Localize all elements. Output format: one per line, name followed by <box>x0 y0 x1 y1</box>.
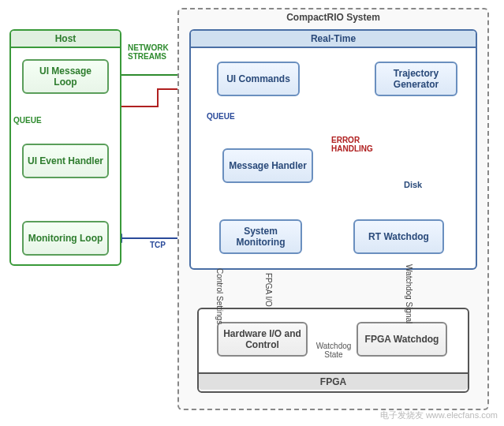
message-handler-label: Message Handler <box>229 160 307 171</box>
fpga-watchdog-box: FPGA Watchdog <box>357 322 447 357</box>
system-monitoring-box: System Monitoring <box>219 219 302 254</box>
fpga-io-label: FPGA I/O <box>264 273 273 307</box>
queue2-label: QUEUE <box>207 112 235 121</box>
monitoring-loop-box: Monitoring Loop <box>22 221 109 256</box>
host-title: Host <box>11 31 120 48</box>
control-settings-label: Control Settings <box>215 268 224 324</box>
fpga-watchdog-label: FPGA Watchdog <box>365 334 439 345</box>
disk-label: Disk <box>404 180 422 189</box>
tcp-label: TCP <box>150 241 166 249</box>
trajectory-generator-label: Trajectory Generator <box>379 68 453 90</box>
fpga-title: FPGA <box>199 372 468 390</box>
hardware-io-box: Hardware I/O and Control <box>217 322 308 357</box>
message-handler-box: Message Handler <box>222 148 313 183</box>
rt-watchdog-label: RT Watchdog <box>368 231 429 242</box>
error-handling-label: ERROR HANDLING <box>331 136 379 153</box>
queue1-label: QUEUE <box>13 116 42 125</box>
watermark: 电子发烧友 www.elecfans.com <box>380 409 498 421</box>
crio-title: CompactRIO System <box>179 9 487 25</box>
network-streams-label: NETWORK STREAMS <box>128 43 175 61</box>
ui-commands-box: UI Commands <box>217 62 300 96</box>
watchdog-signal-label: Watchdog Signal <box>405 264 413 323</box>
watchdog-state-label: Watchdog State <box>314 342 353 359</box>
monitoring-loop-label: Monitoring Loop <box>28 233 103 244</box>
realtime-title: Real-Time <box>191 31 476 48</box>
system-monitoring-label: System Monitoring <box>224 226 297 248</box>
ui-event-handler-box: UI Event Handler <box>22 144 109 178</box>
ui-commands-label: UI Commands <box>226 73 290 84</box>
ui-message-loop-box: UI Message Loop <box>22 59 109 94</box>
trajectory-generator-box: Trajectory Generator <box>375 62 457 96</box>
rt-watchdog-box: RT Watchdog <box>353 219 444 254</box>
hardware-io-label: Hardware I/O and Control <box>222 328 303 350</box>
ui-message-loop-label: UI Message Loop <box>27 65 104 88</box>
ui-event-handler-label: UI Event Handler <box>28 155 103 166</box>
